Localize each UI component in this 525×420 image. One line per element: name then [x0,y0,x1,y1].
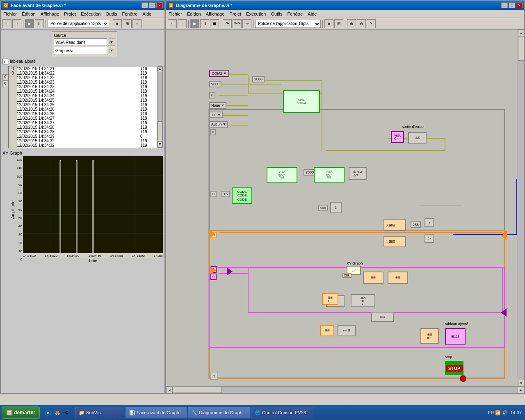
aucun-block[interactable]: Aucun ▼ [209,121,228,128]
clock-display: 14:37 [510,410,522,415]
source-input-1[interactable] [54,39,107,46]
val500-block: 500 [318,205,328,211]
toolbar-forward-left[interactable]: → [12,19,21,28]
val10-block[interactable]: 1.0 ▼ [209,112,223,118]
table-scrollbar[interactable]: ▲ ▼ [157,66,163,148]
menu-projet-right[interactable]: Projet [227,11,244,17]
close-button[interactable]: × [156,2,163,8]
svg-text:1: 1 [213,374,215,378]
none-block[interactable]: None ▼ [209,102,226,109]
scroll-up-btn[interactable]: ▲ [518,30,524,36]
menu-execution-right[interactable]: Exécution [244,11,268,17]
right-minimize-button[interactable]: _ [501,2,508,8]
start-button[interactable]: 🪟 démarrer [2,406,40,419]
scroll-right-btn[interactable]: ► [518,387,524,393]
source-input-2[interactable] [54,47,107,54]
table-row: 0 12/02/2015 14:34:21 119 [9,66,157,71]
right-sep-4 [322,20,323,28]
divide-icon: ▷ [428,236,431,240]
menu-fenetre-left[interactable]: Fenêtre [120,11,140,17]
row-num-cell [9,130,17,134]
font-select-left[interactable]: Police de l'application 13pts [48,20,109,28]
cluster4-icon: ⊞⊟ [389,240,395,244]
menu-execution-left[interactable]: Exécution [78,11,103,17]
toolbar-resize-left[interactable]: ↔ [132,19,142,28]
data-table: 0 12/02/2015 14:34:21 119 0 12/02/2015 1… [8,66,157,148]
right-toolbar-step2[interactable]: ↷↷ [233,19,242,28]
right-toolbar-dist[interactable]: ⊞ [334,19,343,28]
stop-run-button[interactable] [460,375,466,382]
source-btn-2[interactable]: ▼ [108,47,115,54]
right-toolbar-back[interactable]: ← [168,19,177,28]
row-date-cell: 12/02/2015 14:34:26 [17,112,140,116]
menu-edition-left[interactable]: Édition [19,11,38,17]
minimize-button[interactable]: _ [142,2,148,8]
toolbar-pause-left[interactable]: ⏸ [35,19,44,28]
menu-affichage-left[interactable]: Affichage [38,11,62,17]
com2-block[interactable]: COM2 ▼ [209,70,229,77]
taskbar-app-subvis[interactable]: 📁 SubVIs [75,407,124,418]
right-maximize-button[interactable]: □ [509,2,515,8]
table-row: 12/02/2015 14:34:28 119 [9,125,157,130]
right-scrollbar-v: ▲ ▼ [518,30,524,386]
diagramme-icon: 🔧 [192,410,197,415]
build-array-1: ⊞⊟ [363,272,383,284]
tableau-ajoute-label: tableau ajouté [10,59,36,64]
toolbar-back-left[interactable]: ← [2,19,11,28]
row-date-cell: 12/02/2015 14:34:24 [17,94,140,98]
right-toolbar-zoom-out[interactable]: ⊖ [357,19,366,28]
toolbar-distribute-left[interactable]: ⊞ [123,19,132,28]
menu-projet-left[interactable]: Projet [62,11,78,17]
taskbar-app-diagramme[interactable]: 🔧 Diagramme de Graph... [188,407,250,418]
firefox-icon[interactable]: 🦊 [53,409,62,417]
right-toolbar-step[interactable]: ↷ [223,19,232,28]
row-date-cell: 12/02/2015 14:34:22 [17,71,140,75]
menu-affichage-right[interactable]: Affichage [203,11,227,17]
menu-fichier-left[interactable]: Fichier [1,11,19,17]
none-arrow: ▼ [221,103,225,107]
left-toolbar: ← → ▶ ⏸ Police de l'application 13pts ≡ … [1,18,164,30]
menu-fenetre-right[interactable]: Fenêtre [285,11,306,17]
menu-aide-left[interactable]: Aide [140,11,154,17]
network-icon: 📶 [495,410,501,415]
taskbar-app-faceavant[interactable]: 📊 Face-avant de Graph... [126,407,187,418]
stop-block[interactable]: STOP [445,361,463,375]
maximize-button[interactable]: □ [149,2,155,8]
row-num-cell [9,98,17,103]
other-icon[interactable]: ⚙ [63,409,71,417]
scroll-thumb-h[interactable] [173,387,222,393]
right-toolbar-zoom-in[interactable]: ⊕ [347,19,356,28]
right-toolbar-stop[interactable]: ⏹ [210,19,219,28]
row-date-cell: 12/02/2015 14:34:28 [17,125,140,130]
font-select-right[interactable]: Police de l'application 16pts [255,20,321,28]
menu-edition-right[interactable]: Édition [185,11,203,17]
table-row: 12/02/2015 14:34:22 119 [9,75,157,80]
ie-icon[interactable]: e [44,409,52,417]
right-toolbar-run[interactable]: ▶ [190,19,199,28]
scroll-left-btn[interactable]: ◄ [166,387,173,393]
right-toolbar-help[interactable]: ? [367,19,376,28]
scroll-thumb-v[interactable] [518,36,524,61]
right-toolbar-pause[interactable]: ⏸ [200,19,209,28]
right-toolbar-align[interactable]: ≡ [324,19,333,28]
toolbar-run-left[interactable]: ▶ [25,19,34,28]
orange-shift-left [210,266,216,274]
baud-value: 9600 [211,82,219,86]
graph-container: XY Graph Amplitude 120 110 100 90 80 70 … [1,149,164,265]
row-value-cell: 119 [140,66,157,71]
menu-aide-right[interactable]: Aide [305,11,319,17]
scroll-down-btn[interactable]: ▼ [518,380,524,386]
taskbar-app-control[interactable]: 🌐 Control Consort EV23... [251,407,313,418]
toolbar-align-left[interactable]: ≡ [113,19,122,28]
menu-outils-left[interactable]: Outils [103,11,119,17]
menu-fichier-right[interactable]: Fichier [166,11,185,17]
row-num-cell [9,112,17,116]
menu-outils-right[interactable]: Outils [268,11,285,17]
right-toolbar-step3[interactable]: ⇒ [242,19,251,28]
right-scrollbar-h: ◄ ► [166,386,524,393]
row-date-cell: 12/02/2015 14:34:23 [17,84,140,89]
source-btn-1[interactable]: ▼ [108,39,115,46]
toolbar-sep-3 [111,20,111,28]
right-close-button[interactable]: × [516,2,523,8]
right-toolbar-forward[interactable]: → [178,19,187,28]
